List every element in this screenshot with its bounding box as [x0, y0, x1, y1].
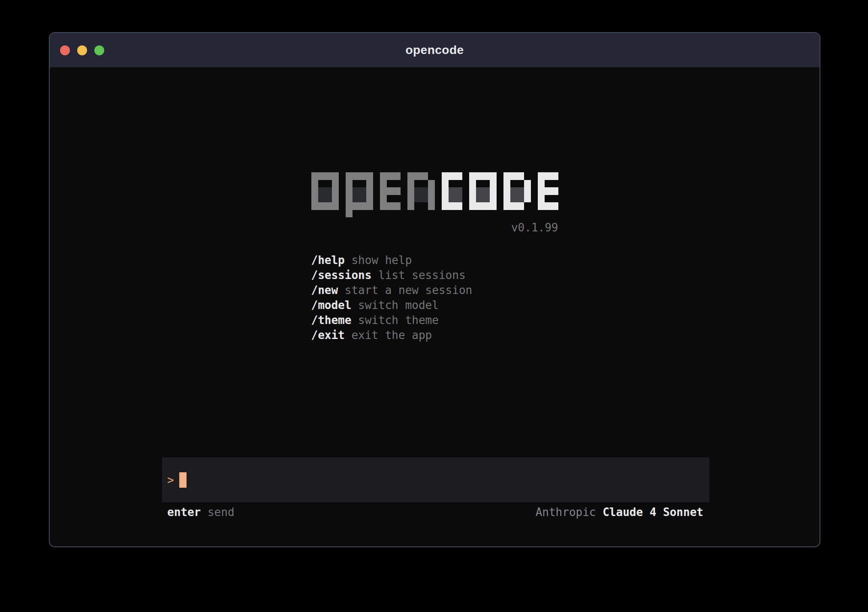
opencode-logo: [311, 172, 558, 217]
enter-key-label: enter: [167, 506, 201, 519]
command-name: /model: [311, 299, 352, 312]
model-name-label: Claude 4 Sonnet: [603, 506, 703, 519]
window-title: opencode: [405, 43, 464, 57]
prompt-symbol: >: [167, 474, 174, 486]
command-description: switch model: [351, 299, 439, 312]
send-action-label: send: [208, 506, 235, 519]
model-indicator: Anthropic Claude 4 Sonnet: [536, 506, 703, 519]
close-button[interactable]: [60, 45, 70, 55]
window-titlebar: opencode: [50, 33, 820, 67]
command-name: /theme: [311, 314, 352, 327]
command-item: /new start a new session: [311, 283, 558, 298]
command-item: /theme switch theme: [311, 313, 558, 328]
desktop: { "window": { "title": "opencode" }, "lo…: [0, 0, 868, 612]
provider-label: Anthropic: [536, 506, 596, 519]
keybinding-hint: enter send: [167, 506, 235, 519]
text-cursor-block: [179, 472, 187, 488]
command-list: /help show help/sessions list sessions/n…: [311, 253, 558, 343]
command-description: exit the app: [345, 329, 432, 342]
minimize-button[interactable]: [77, 45, 87, 55]
command-name: /help: [311, 254, 345, 267]
zoom-button[interactable]: [94, 45, 104, 55]
command-description: start a new session: [338, 284, 472, 297]
command-description: switch theme: [351, 314, 439, 327]
hero-section: v0.1.99 /help show help/sessions list se…: [311, 172, 558, 343]
command-name: /sessions: [311, 269, 372, 282]
command-item: /help show help: [311, 253, 558, 268]
version-label: v0.1.99: [311, 221, 558, 234]
command-description: list sessions: [371, 269, 465, 282]
command-name: /exit: [311, 329, 345, 342]
command-item: /sessions list sessions: [311, 268, 558, 283]
prompt-input[interactable]: >: [162, 457, 709, 502]
opencode-window: opencode: [49, 32, 820, 547]
command-description: show help: [345, 254, 412, 267]
command-item: /exit exit the app: [311, 328, 558, 343]
status-bar: enter send Anthropic Claude 4 Sonnet: [162, 506, 709, 519]
command-name: /new: [311, 284, 338, 297]
traffic-lights: [60, 33, 104, 67]
command-item: /model switch model: [311, 298, 558, 313]
